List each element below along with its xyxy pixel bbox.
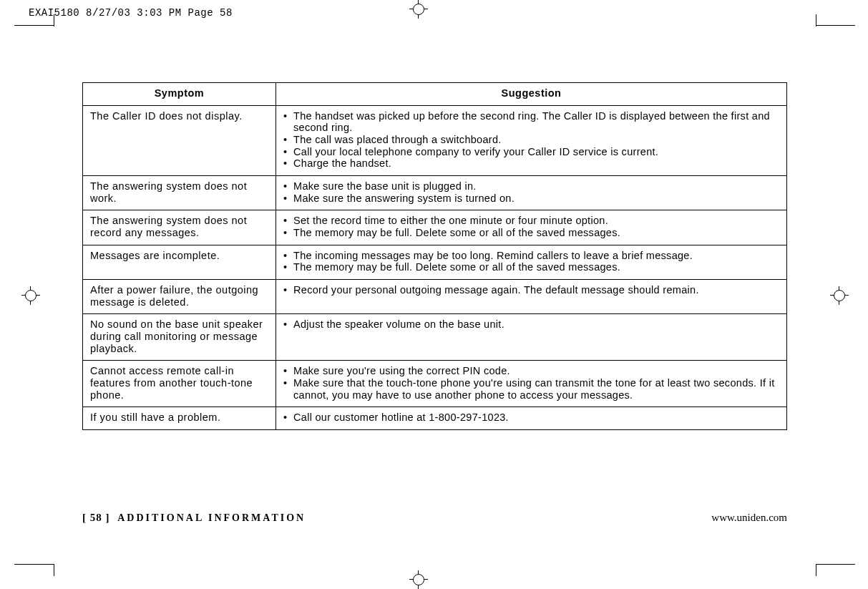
suggestion-cell: •The incoming messages may be too long. …: [276, 245, 787, 279]
suggestion-list: •The handset was picked up before the se…: [283, 110, 779, 170]
crop-mark: [54, 564, 54, 576]
suggestion-text: Make sure the base unit is plugged in.: [293, 180, 779, 193]
footer-left: [ 58 ] ADDITIONAL INFORMATION: [82, 512, 306, 524]
bullet-icon: •: [283, 157, 293, 170]
page-number-value: 58: [90, 512, 102, 523]
bullet-icon: •: [283, 180, 293, 193]
symptom-text: Messages are incomplete.: [90, 250, 268, 262]
registration-mark-icon: [409, 0, 428, 19]
bullet-icon: •: [283, 146, 293, 158]
page-content: Symptom Suggestion The Caller ID does no…: [82, 82, 787, 430]
registration-mark-icon: [21, 286, 40, 305]
suggestion-cell: •Make sure the base unit is plugged in.•…: [276, 176, 787, 210]
table-row: The answering system does not work.•Make…: [83, 176, 787, 210]
symptom-cell: No sound on the base unit speaker during…: [83, 314, 276, 361]
suggestion-cell: •The handset was picked up before the se…: [276, 105, 787, 175]
bracket: [: [82, 512, 90, 523]
suggestion-item: •Make sure the base unit is plugged in.: [283, 180, 779, 193]
suggestion-item: •Make sure the answering system is turne…: [283, 193, 779, 205]
symptom-text: The answering system does not work.: [90, 180, 268, 204]
table-row: The answering system does not record any…: [83, 210, 787, 245]
symptom-cell: The answering system does not record any…: [83, 210, 276, 245]
crop-mark: [816, 14, 816, 26]
suggestion-list: •Make sure the base unit is plugged in.•…: [283, 180, 779, 204]
symptom-cell: The Caller ID does not display.: [83, 105, 276, 175]
table-row: No sound on the base unit speaker during…: [83, 314, 787, 361]
suggestion-list: •Adjust the speaker volume on the base u…: [283, 318, 779, 331]
symptom-cell: Messages are incomplete.: [83, 245, 276, 279]
suggestion-text: Make sure the answering system is turned…: [293, 193, 779, 205]
suggestion-text: Make sure you're using the correct PIN c…: [293, 365, 779, 377]
suggestion-item: •Set the record time to either the one m…: [283, 215, 779, 227]
symptom-text: If you still have a problem.: [90, 412, 268, 424]
suggestion-text: The handset was picked up before the sec…: [293, 110, 779, 134]
bullet-icon: •: [283, 261, 293, 273]
suggestion-item: •Call our customer hotline at 1-800-297-…: [283, 412, 779, 424]
suggestion-list: •Call our customer hotline at 1-800-297-…: [283, 412, 779, 424]
bullet-icon: •: [283, 377, 293, 401]
suggestion-text: Call your local telephone company to ver…: [293, 146, 779, 158]
suggestion-item: •The incoming messages may be too long. …: [283, 250, 779, 262]
symptom-text: The answering system does not record any…: [90, 215, 268, 238]
suggestion-text: Set the record time to either the one mi…: [293, 215, 779, 227]
bullet-icon: •: [283, 365, 293, 377]
suggestion-item: •Record your personal outgoing message a…: [283, 284, 779, 296]
symptom-cell: Cannot access remote call-in features fr…: [83, 361, 276, 407]
suggestion-item: •The memory may be full. Delete some or …: [283, 227, 779, 239]
suggestion-item: •Make sure that the touch-tone phone you…: [283, 377, 779, 401]
suggestion-text: The memory may be full. Delete some or a…: [293, 227, 779, 239]
suggestion-text: Charge the handset.: [293, 157, 779, 170]
bullet-icon: •: [283, 318, 293, 331]
troubleshoot-table: Symptom Suggestion The Caller ID does no…: [82, 82, 787, 430]
symptom-text: The Caller ID does not display.: [90, 110, 268, 122]
table-row: The Caller ID does not display.•The hand…: [83, 105, 787, 175]
suggestion-cell: •Make sure you're using the correct PIN …: [276, 361, 787, 407]
col-header-suggestion: Suggestion: [276, 83, 787, 106]
print-slug: EXAI5180 8/27/03 3:03 PM Page 58: [29, 7, 233, 19]
suggestion-list: •Set the record time to either the one m…: [283, 215, 779, 238]
table-row: Cannot access remote call-in features fr…: [83, 361, 787, 407]
suggestion-text: Record your personal outgoing message ag…: [293, 284, 779, 296]
bullet-icon: •: [283, 110, 293, 134]
crop-mark: [816, 564, 855, 565]
footer-url: www.uniden.com: [711, 512, 787, 524]
crop-mark: [816, 564, 816, 576]
suggestion-item: •Make sure you're using the correct PIN …: [283, 365, 779, 377]
symptom-text: After a power failure, the outgoing mess…: [90, 284, 268, 308]
suggestion-text: The memory may be full. Delete some or a…: [293, 261, 779, 273]
bullet-icon: •: [283, 250, 293, 262]
col-header-symptom: Symptom: [83, 83, 276, 106]
symptom-text: No sound on the base unit speaker during…: [90, 318, 268, 354]
page-number: [ 58 ]: [82, 512, 113, 523]
registration-mark-icon: [830, 286, 849, 305]
section-title: ADDITIONAL INFORMATION: [117, 512, 306, 523]
suggestion-cell: •Set the record time to either the one m…: [276, 210, 787, 245]
bullet-icon: •: [283, 215, 293, 227]
bullet-icon: •: [283, 193, 293, 205]
symptom-cell: After a power failure, the outgoing mess…: [83, 280, 276, 314]
suggestion-item: •Call your local telephone company to ve…: [283, 146, 779, 158]
suggestion-item: •Adjust the speaker volume on the base u…: [283, 318, 779, 331]
suggestion-text: Call our customer hotline at 1-800-297-1…: [293, 412, 779, 424]
suggestion-cell: •Call our customer hotline at 1-800-297-…: [276, 407, 787, 430]
symptom-cell: If you still have a problem.: [83, 407, 276, 430]
bullet-icon: •: [283, 134, 293, 146]
symptom-cell: The answering system does not work.: [83, 176, 276, 210]
table-row: If you still have a problem.•Call our cu…: [83, 407, 787, 430]
suggestion-item: •Charge the handset.: [283, 157, 779, 170]
crop-mark: [14, 564, 54, 565]
suggestion-item: •The call was placed through a switchboa…: [283, 134, 779, 146]
suggestion-text: The call was placed through a switchboar…: [293, 134, 779, 146]
page-footer: [ 58 ] ADDITIONAL INFORMATION www.uniden…: [82, 512, 787, 524]
bullet-icon: •: [283, 227, 293, 239]
table-row: Messages are incomplete.•The incoming me…: [83, 245, 787, 279]
suggestion-text: Adjust the speaker volume on the base un…: [293, 318, 779, 331]
registration-mark-icon: [409, 570, 428, 589]
table-row: After a power failure, the outgoing mess…: [83, 280, 787, 314]
suggestion-item: •The handset was picked up before the se…: [283, 110, 779, 134]
suggestion-text: The incoming messages may be too long. R…: [293, 250, 779, 262]
crop-mark: [54, 14, 54, 26]
suggestion-list: •Make sure you're using the correct PIN …: [283, 365, 779, 401]
suggestion-item: •The memory may be full. Delete some or …: [283, 261, 779, 273]
suggestion-list: •The incoming messages may be too long. …: [283, 250, 779, 273]
